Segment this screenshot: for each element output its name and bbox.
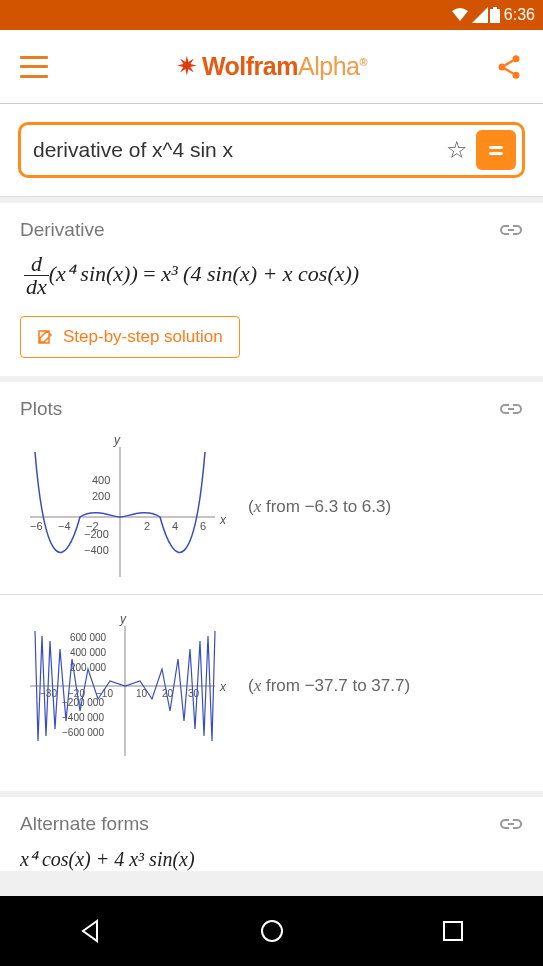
plot-1: y x 400 200 −200 −400 −6 −4 −2 2 4 6 (x … xyxy=(20,432,523,582)
menu-button[interactable] xyxy=(20,56,48,78)
back-icon xyxy=(77,917,105,945)
svg-text:200: 200 xyxy=(92,490,110,502)
recents-button[interactable] xyxy=(403,917,503,945)
cell-signal-icon xyxy=(472,7,488,23)
step-by-step-button[interactable]: Step-by-step solution xyxy=(20,316,240,358)
alternate-form-expression: x⁴ cos(x) + 4 x³ sin(x) xyxy=(20,847,523,871)
favorite-star-icon[interactable]: ☆ xyxy=(446,136,468,164)
back-button[interactable] xyxy=(41,917,141,945)
svg-point-3 xyxy=(499,63,506,70)
svg-text:y: y xyxy=(113,433,121,447)
link-icon[interactable] xyxy=(499,817,523,831)
android-status-bar: 6:36 xyxy=(0,0,543,30)
plot-2-range: (x from −37.7 to 37.7) xyxy=(248,676,410,696)
query-input[interactable] xyxy=(33,138,438,162)
home-button[interactable] xyxy=(222,917,322,945)
share-icon[interactable] xyxy=(495,53,523,81)
alternate-forms-pod: Alternate forms x⁴ cos(x) + 4 x³ sin(x) xyxy=(0,797,543,871)
divider xyxy=(0,594,543,595)
svg-text:6: 6 xyxy=(200,520,206,532)
status-icons xyxy=(450,7,500,23)
pod-title: Derivative xyxy=(20,219,104,241)
plot-1-graph: y x 400 200 −200 −400 −6 −4 −2 2 4 6 xyxy=(20,432,230,582)
svg-point-4 xyxy=(513,71,520,78)
link-icon[interactable] xyxy=(499,402,523,416)
step-icon xyxy=(37,329,53,345)
svg-text:−6: −6 xyxy=(30,520,43,532)
wifi-icon xyxy=(450,7,470,23)
link-icon[interactable] xyxy=(499,223,523,237)
derivative-pod: Derivative ddx(x⁴ sin(x)) = x³ (4 sin(x)… xyxy=(0,203,543,376)
compute-button[interactable] xyxy=(476,130,516,170)
svg-text:−400: −400 xyxy=(84,544,109,556)
equals-icon xyxy=(485,139,507,161)
svg-rect-40 xyxy=(444,922,462,940)
svg-text:2: 2 xyxy=(144,520,150,532)
android-nav-bar xyxy=(0,896,543,966)
plot-2-graph: y x 600 000 400 000 200 000 −200 000 −40… xyxy=(20,611,230,761)
svg-rect-7 xyxy=(489,146,503,149)
svg-line-6 xyxy=(505,68,513,73)
svg-rect-8 xyxy=(489,152,503,155)
spikey-icon: ✷ xyxy=(176,51,198,82)
app-header: ✷ WolframAlpha® xyxy=(0,30,543,104)
recents-icon xyxy=(439,917,467,945)
pod-title: Plots xyxy=(20,398,62,420)
svg-text:600 000: 600 000 xyxy=(70,632,107,643)
pod-title: Alternate forms xyxy=(20,813,149,835)
svg-text:x: x xyxy=(219,680,227,694)
battery-icon xyxy=(490,7,500,23)
svg-text:−400 000: −400 000 xyxy=(62,712,104,723)
svg-text:400: 400 xyxy=(92,474,110,486)
svg-text:−30: −30 xyxy=(40,688,57,699)
status-time: 6:36 xyxy=(504,6,535,24)
svg-text:y: y xyxy=(119,612,127,626)
svg-text:−2: −2 xyxy=(86,520,99,532)
svg-point-39 xyxy=(262,921,282,941)
svg-text:−4: −4 xyxy=(58,520,71,532)
wolfram-alpha-logo[interactable]: ✷ WolframAlpha® xyxy=(176,51,367,82)
svg-rect-1 xyxy=(493,7,497,9)
home-icon xyxy=(258,917,286,945)
svg-rect-0 xyxy=(490,9,500,23)
plot-2: y x 600 000 400 000 200 000 −200 000 −40… xyxy=(20,611,523,761)
search-box: ☆ xyxy=(18,122,525,178)
svg-text:4: 4 xyxy=(172,520,178,532)
svg-text:x: x xyxy=(219,513,227,527)
plots-pod: Plots y x 400 200 −200 −400 −6 −4 −2 2 4… xyxy=(0,382,543,791)
svg-text:400 000: 400 000 xyxy=(70,647,107,658)
svg-text:−600 000: −600 000 xyxy=(62,727,104,738)
derivative-result: ddx(x⁴ sin(x)) = x³ (4 sin(x) + x cos(x)… xyxy=(24,253,523,298)
search-section: ☆ xyxy=(0,104,543,197)
svg-line-5 xyxy=(505,60,513,65)
svg-point-2 xyxy=(513,55,520,62)
plot-1-range: (x from −6.3 to 6.3) xyxy=(248,497,391,517)
